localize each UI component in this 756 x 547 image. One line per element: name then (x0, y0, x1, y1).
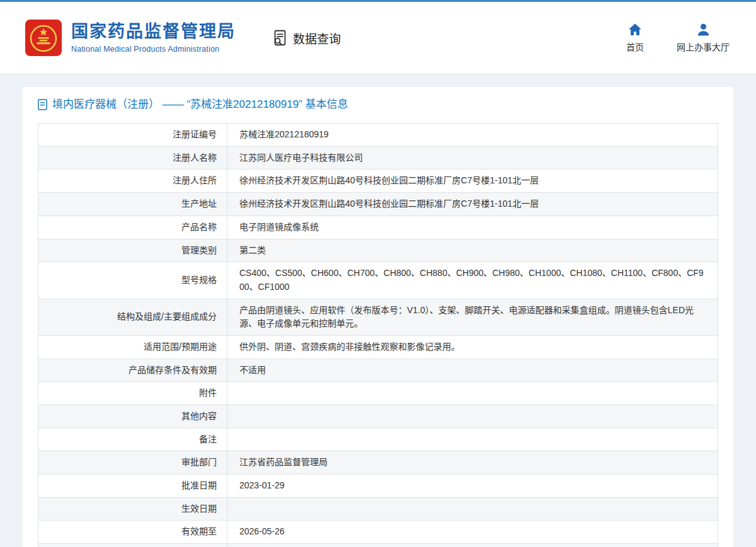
row-value: 不适用 (227, 359, 718, 382)
row-label: 生效日期 (38, 497, 227, 521)
info-table: 注册证编号苏械注准20212180919注册人名称江苏同人医疗电子科技有限公司注… (38, 123, 718, 547)
site-title: 国家药品监督管理局 (71, 22, 236, 42)
home-icon (628, 23, 642, 36)
table-row: 注册人名称江苏同人医疗电子科技有限公司 (38, 146, 718, 170)
row-label: 型号规格 (38, 262, 227, 299)
table-row: 生效日期 (38, 497, 718, 521)
page-title: 境内医疗器械（注册） —— “苏械注准20212180919” 基本信息 (38, 98, 718, 112)
content-card: 境内医疗器械（注册） —— “苏械注准20212180919” 基本信息 注册证… (23, 87, 733, 547)
row-value: CS400、CS500、CH600、CH700、CH800、CH880、CH90… (227, 262, 718, 299)
row-label: 注册证编号 (38, 124, 227, 147)
table-row: 适用范围/预期用途供外阴、阴道、宫颈疾病的非接触性观察和影像记录用。 (38, 335, 718, 359)
row-value: 2023-01-29 (227, 475, 718, 498)
table-row: 备注 (38, 428, 718, 451)
row-label: 适用范围/预期用途 (38, 335, 227, 359)
row-value: 江苏同人医疗电子科技有限公司 (227, 146, 718, 170)
row-value: 2026-05-26 (227, 521, 718, 544)
data-query-label: 数据查询 (293, 30, 341, 47)
table-row: 审批部门江苏省药品监督管理局 (38, 451, 718, 475)
site-logo[interactable]: 国家药品监督管理局 National Medical Products Admi… (25, 20, 236, 56)
nav-home[interactable]: 首页 (622, 23, 648, 53)
row-label: 结构及组成/主要组成成分 (38, 299, 227, 335)
table-row: 产品名称电子阴道镜成像系统 (38, 216, 718, 239)
site-subtitle: National Medical Products Administration (71, 45, 236, 54)
row-label: 管理类别 (38, 239, 227, 262)
row-label: 生产地址 (38, 193, 227, 216)
site-header: 国家药品监督管理局 National Medical Products Admi… (0, 0, 756, 74)
nav-online-hall-label: 网上办事大厅 (677, 40, 730, 53)
data-query-icon (271, 29, 289, 47)
row-label: 附件 (38, 382, 227, 405)
row-value: 电子阴道镜成像系统 (227, 216, 718, 239)
row-value: 徐州经济技术开发区荆山路40号科技创业园二期标准厂房C7号楼1-101北一层 (227, 193, 718, 216)
row-value: 产品由阴道镜头、应用软件（发布版本号：V1.0）、支架、脚踏开关、电源适配器和采… (227, 299, 718, 335)
row-label: 产品名称 (38, 216, 227, 239)
row-label: 注册人住所 (38, 170, 227, 193)
user-icon (697, 23, 710, 36)
row-value (227, 405, 718, 429)
table-row: 其他内容 (38, 405, 718, 429)
row-label: 注册人名称 (38, 146, 227, 170)
row-label: 批准日期 (38, 475, 227, 498)
table-row: 型号规格CS400、CS500、CH600、CH700、CH800、CH880、… (38, 262, 718, 299)
row-label: 备注 (38, 428, 227, 451)
row-value: 江苏省药品监督管理局 (227, 451, 718, 475)
table-row: 注册人住所徐州经济技术开发区荆山路40号科技创业园二期标准厂房C7号楼1-101… (38, 170, 718, 193)
table-row: 附件 (38, 382, 718, 405)
row-value (227, 497, 718, 521)
main-area: 境内医疗器械（注册） —— “苏械注准20212180919” 基本信息 注册证… (0, 74, 756, 547)
top-nav: 首页 网上办事大厅 (622, 23, 730, 53)
table-row: 变更情况 (38, 544, 718, 547)
table-row: 产品储存条件及有效期不适用 (38, 359, 718, 382)
national-emblem-icon (25, 20, 62, 56)
row-label: 其他内容 (38, 405, 227, 429)
row-value: 苏械注准20212180919 (227, 124, 718, 147)
row-value (227, 428, 718, 451)
nav-online-hall[interactable]: 网上办事大厅 (677, 23, 730, 53)
table-row: 注册证编号苏械注准20212180919 (38, 124, 718, 147)
table-row: 结构及组成/主要组成成分产品由阴道镜头、应用软件（发布版本号：V1.0）、支架、… (38, 299, 718, 335)
nav-home-label: 首页 (626, 40, 644, 53)
table-row: 生产地址徐州经济技术开发区荆山路40号科技创业园二期标准厂房C7号楼1-101北… (38, 193, 718, 216)
row-label: 审批部门 (38, 451, 227, 475)
row-label: 变更情况 (38, 544, 227, 547)
page-title-text: 境内医疗器械（注册） —— “苏械注准20212180919” 基本信息 (52, 98, 348, 112)
table-row: 管理类别第二类 (38, 239, 718, 262)
row-value: 徐州经济技术开发区荆山路40号科技创业园二期标准厂房C7号楼1-101北一层 (227, 170, 718, 193)
document-icon (38, 99, 47, 110)
table-row: 有效期至2026-05-26 (38, 521, 718, 544)
row-value (227, 382, 718, 405)
row-value: 第二类 (227, 239, 718, 262)
row-value: 供外阴、阴道、宫颈疾病的非接触性观察和影像记录用。 (227, 335, 718, 359)
table-row: 批准日期2023-01-29 (38, 475, 718, 498)
row-value (227, 544, 718, 547)
info-table-body: 注册证编号苏械注准20212180919注册人名称江苏同人医疗电子科技有限公司注… (38, 124, 718, 547)
row-label: 产品储存条件及有效期 (38, 359, 227, 382)
data-query-section[interactable]: 数据查询 (271, 29, 341, 47)
row-label: 有效期至 (38, 521, 227, 544)
